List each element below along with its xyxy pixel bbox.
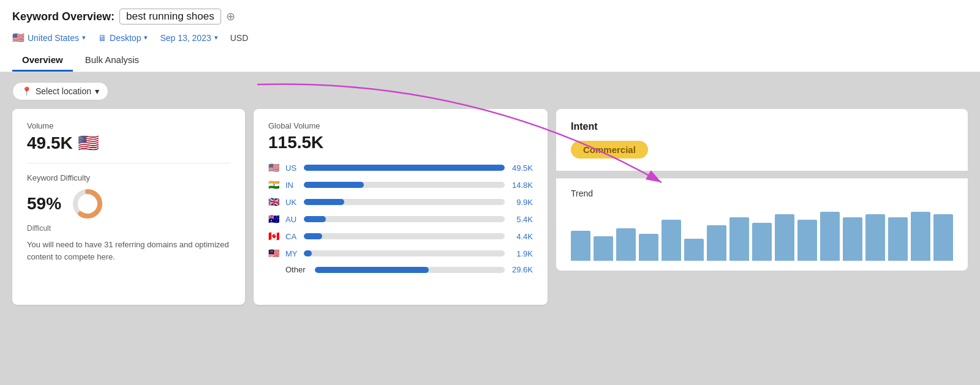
trend-bar [797, 220, 817, 261]
country-flag: 🇨🇦 [268, 231, 281, 242]
volume-card: Volume 49.5K 🇺🇸 Keyword Difficulty 59% [12, 109, 245, 305]
difficulty-label: Keyword Difficulty [27, 173, 230, 182]
country-flag: 🇺🇸 [268, 162, 281, 173]
add-keyword-icon[interactable]: ⊕ [226, 10, 235, 23]
bar-fill [304, 165, 505, 171]
trend-bar [594, 236, 613, 261]
volume-flag: 🇺🇸 [78, 133, 99, 153]
bar-value: 9.9K [510, 198, 533, 207]
country-bars-container: 🇺🇸 US 49.5K 🇮🇳 IN 14.8K 🇬🇧 UK 9.9K 🇦🇺 AU [268, 162, 533, 274]
trend-bar [865, 214, 885, 261]
location-select-chevron: ▾ [95, 86, 99, 96]
bar-fill [304, 250, 312, 256]
global-volume-value: 115.5K [268, 133, 533, 152]
trend-bar [639, 234, 658, 261]
bar-fill [304, 216, 326, 222]
volume-value: 49.5K 🇺🇸 [27, 133, 230, 153]
country-code: AU [285, 215, 299, 224]
trend-bar [571, 231, 590, 261]
bar-track [304, 250, 505, 256]
device-icon: 🖥 [98, 33, 107, 43]
bar-fill [304, 233, 322, 239]
bar-value: 4.4K [510, 232, 533, 241]
tab-overview[interactable]: Overview [12, 50, 73, 72]
country-bar-row: 🇮🇳 IN 14.8K [268, 179, 533, 190]
bar-track [304, 216, 505, 222]
other-bar-fill [315, 267, 429, 273]
right-panel: Intent Commercial Trend [556, 109, 968, 271]
device-label: Desktop [110, 33, 141, 43]
bar-track [304, 182, 505, 188]
trend-bar [843, 217, 862, 261]
trend-bar [933, 214, 953, 261]
location-pin-icon: 📍 [21, 86, 32, 96]
location-select-button[interactable]: 📍 Select location ▾ [12, 82, 108, 100]
other-bar-value: 29.6K [510, 265, 533, 274]
country-flag: 🇦🇺 [268, 214, 281, 225]
keyword-overview-label: Keyword Overview: [12, 10, 115, 23]
location-label: United States [28, 33, 79, 43]
bar-track [304, 165, 505, 171]
bar-value: 1.9K [510, 249, 533, 258]
difficulty-donut [71, 187, 104, 220]
bar-value: 14.8K [510, 181, 533, 190]
trend-card: Trend [556, 178, 968, 271]
other-bar-row: Other 29.6K [268, 265, 533, 274]
bar-track [304, 233, 505, 239]
country-flag: 🇮🇳 [268, 179, 281, 190]
trend-bar [729, 217, 749, 261]
country-code: IN [285, 181, 299, 190]
trend-bar [616, 228, 636, 261]
device-chevron: ▾ [144, 34, 148, 42]
country-flag: 🇬🇧 [268, 196, 281, 207]
location-select-label: Select location [36, 86, 91, 96]
difficulty-value: 59% [27, 194, 61, 214]
difficult-word: Difficult [27, 224, 230, 233]
location-flag: 🇺🇸 [12, 32, 24, 43]
currency-label: USD [230, 33, 249, 43]
trend-bar [752, 223, 772, 261]
other-bar-track [315, 267, 505, 273]
device-filter[interactable]: 🖥 Desktop ▾ [98, 33, 148, 43]
trend-bar [707, 225, 726, 261]
trend-bar [820, 212, 840, 261]
country-code: CA [285, 232, 299, 241]
bar-track [304, 199, 505, 205]
country-flag: 🇲🇾 [268, 248, 281, 259]
global-volume-card: Global Volume 115.5K 🇺🇸 US 49.5K 🇮🇳 IN 1… [254, 109, 548, 305]
intent-label: Intent [571, 121, 953, 132]
date-chevron: ▾ [214, 34, 218, 42]
commercial-badge: Commercial [571, 141, 648, 159]
bar-value: 49.5K [510, 163, 533, 173]
date-label: Sep 13, 2023 [160, 33, 211, 43]
volume-label: Volume [27, 121, 230, 130]
country-bar-row: 🇦🇺 AU 5.4K [268, 214, 533, 225]
difficulty-description: You will need to have 31 referring domai… [27, 239, 230, 263]
trend-bars-container [571, 206, 953, 261]
location-filter[interactable]: 🇺🇸 United States ▾ [12, 32, 86, 43]
keyword-value: best running shoes [119, 9, 221, 24]
global-volume-label: Global Volume [268, 121, 533, 130]
other-label: Other [285, 265, 310, 274]
country-bar-row: 🇨🇦 CA 4.4K [268, 231, 533, 242]
trend-bar [684, 239, 704, 261]
tab-bulk-analysis[interactable]: Bulk Analysis [75, 50, 149, 72]
country-code: US [285, 163, 299, 173]
bar-fill [304, 199, 344, 205]
country-bar-row: 🇬🇧 UK 9.9K [268, 196, 533, 207]
country-bar-row: 🇺🇸 US 49.5K [268, 162, 533, 173]
trend-bar [775, 214, 794, 261]
country-code: MY [285, 249, 299, 258]
trend-bar [662, 220, 681, 261]
date-filter[interactable]: Sep 13, 2023 ▾ [160, 33, 217, 43]
location-chevron: ▾ [82, 34, 86, 42]
trend-bar [888, 217, 908, 261]
intent-card: Intent Commercial [556, 109, 968, 171]
trend-bar [911, 212, 930, 261]
country-code: UK [285, 198, 299, 207]
bar-fill [304, 182, 364, 188]
bar-value: 5.4K [510, 215, 533, 224]
trend-label: Trend [571, 189, 953, 198]
country-bar-row: 🇲🇾 MY 1.9K [268, 248, 533, 259]
